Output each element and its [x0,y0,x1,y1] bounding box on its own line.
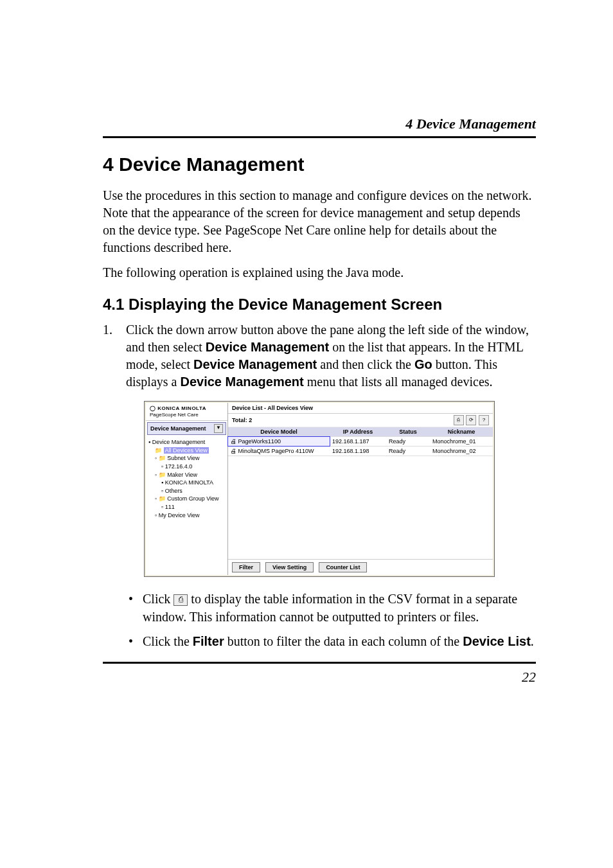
chevron-down-icon[interactable]: ▼ [214,424,223,433]
brand-logo: ◯ KONICA MINOLTA [150,405,224,412]
tree-subnet-view[interactable]: ◦ 📁 Subnet View [148,454,225,463]
counter-list-button[interactable]: Counter List [319,562,367,572]
cell-nickname: Monochrome_01 [430,437,493,446]
note-filter: Click the Filter button to filter the da… [129,632,536,650]
app-name: PageScope Net Care [150,412,224,418]
tree-all-devices[interactable]: 📁 All Devices View [148,447,225,455]
device-management-label: Device Management [206,340,329,354]
tree-root[interactable]: ▪ Device Management [148,438,225,447]
table-row[interactable]: 🖨 MinoltaQMS PagePro 4110W 192.168.1.198… [228,447,493,456]
table-header-row: Device Model IP Address Status Nickname [228,427,493,437]
intro-paragraph-2: The following operation is explained usi… [103,264,536,281]
step-1: 1. Click the down arrow button above the… [103,321,536,391]
cell-ip: 192.168.1.198 [330,447,386,456]
screenshot-figure: ◯ KONICA MINOLTA PageScope Net Care Devi… [144,401,495,577]
view-setting-button[interactable]: View Setting [265,562,314,572]
col-nickname[interactable]: Nickname [430,427,493,436]
cell-nickname: Monochrome_02 [430,447,493,456]
device-table: Device Model IP Address Status Nickname … [228,427,493,559]
step-body: Click the down arrow button above the pa… [126,321,536,391]
col-status[interactable]: Status [386,427,430,436]
col-model[interactable]: Device Model [228,427,330,436]
cell-model: 🖨 MinoltaQMS PagePro 4110W [228,447,330,456]
subsection-heading: 4.1 Displaying the Device Management Scr… [103,296,536,314]
note-text: . [531,634,534,648]
tree-my-device[interactable]: ▫ My Device View [148,511,225,520]
section-heading: 4 Device Management [103,154,536,175]
step-number: 1. [103,321,126,391]
page-number: 22 [103,669,536,686]
note-text: Click [143,592,173,606]
tree-maker-others[interactable]: ▫ Others [148,487,225,495]
step-text: and then click the [317,357,414,371]
print-icon: ⎙ [173,594,188,606]
device-management-label: Device Management [180,375,303,389]
tree-maker-view[interactable]: ◦ 📁 Maker View [148,471,225,479]
footer-rule [103,662,536,664]
tree-custom-group[interactable]: ◦ 📁 Custom Group View [148,495,225,503]
device-list-label: Device List [463,634,531,648]
total-count: Total: 2 [232,417,252,423]
table-row[interactable]: 🖨 PageWorks1100 192.168.1.187 Ready Mono… [228,437,493,447]
tree-custom-111[interactable]: ▫ 111 [148,503,225,511]
filter-button[interactable]: Filter [232,562,260,572]
step-text: menu that lists all managed devices. [304,375,493,389]
note-csv: Click ⎙ to display the table information… [129,590,536,626]
cell-ip: 192.168.1.187 [330,437,386,446]
note-text: button to filter the data in each column… [224,634,463,648]
refresh-icon[interactable]: ⟳ [466,415,476,425]
print-icon[interactable]: ⎙ [454,415,464,425]
sidebar: ◯ KONICA MINOLTA PageScope Net Care Devi… [146,403,228,575]
tree-view[interactable]: ▪ Device Management 📁 All Devices View ◦… [146,436,227,575]
note-text: Click the [143,634,193,648]
filter-label: Filter [193,634,224,648]
cell-model: 🖨 PageWorks1100 [228,437,330,446]
go-label: Go [414,357,432,371]
mode-dropdown[interactable]: Device Management ▼ [147,422,226,435]
device-management-label: Device Management [193,357,317,371]
cell-status: Ready [386,447,430,456]
tree-subnet-ip[interactable]: ▫ 172.16.4.0 [148,463,225,471]
tree-maker-km[interactable]: ▪ KONICA MINOLTA [148,479,225,487]
brand-area: ◯ KONICA MINOLTA PageScope Net Care [146,403,227,421]
mode-dropdown-label: Device Management [150,425,206,432]
list-title: Device List - All Devices View [232,405,313,411]
col-ip[interactable]: IP Address [330,427,386,436]
main-panel: Device List - All Devices View Total: 2 … [228,403,493,575]
cell-status: Ready [386,437,430,446]
note-text: to display the table information in the … [143,592,517,624]
header-rule [103,136,536,138]
help-icon[interactable]: ? [479,415,489,425]
intro-paragraph: Use the procedures in this section to ma… [103,187,536,256]
running-head: 4 Device Management [103,116,536,132]
